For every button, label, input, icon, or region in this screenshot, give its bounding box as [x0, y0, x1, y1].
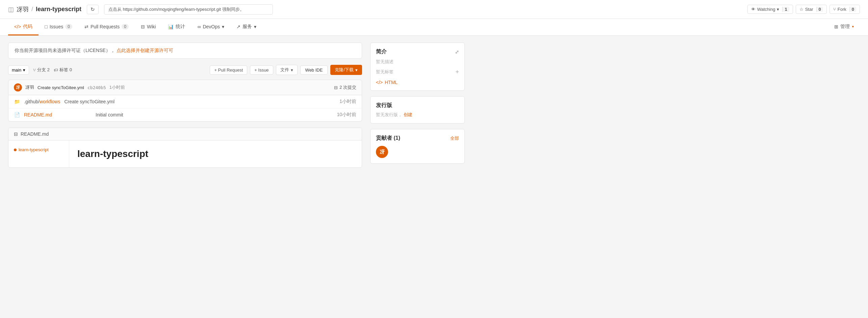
branch-count: ⑂ 分支 2: [33, 67, 50, 73]
tab-code-label: 代码: [23, 24, 32, 30]
tab-devops[interactable]: ∞ DevOps ▾: [191, 19, 230, 35]
tab-issues-label: Issues: [50, 24, 63, 29]
issues-tab-icon: □: [45, 24, 47, 29]
issue-button[interactable]: + Issue: [250, 65, 273, 75]
branch-icon: ⑂: [33, 68, 36, 73]
folder-link[interactable]: workflows: [40, 99, 60, 104]
clone-button[interactable]: 克隆/下载 ▾: [330, 65, 362, 75]
watching-button[interactable]: 👁 Watching ▾ 1: [747, 5, 793, 14]
tab-pull-requests[interactable]: ⇄ Pull Requests 0: [78, 19, 135, 35]
issues-badge: 0: [65, 24, 72, 29]
tags-label: 暂无标签: [376, 69, 393, 75]
readme-title: learn-typescript: [77, 149, 354, 159]
pull-request-button[interactable]: + Pull Request: [210, 65, 247, 75]
stats-tab-icon: 📊: [168, 24, 174, 29]
readme-box: ⊟ README.md learn-typescript learn-types…: [8, 128, 362, 168]
release-create-link[interactable]: 创建: [404, 112, 412, 117]
sidebar-intro: 简介 ⤢ 暂无描述 暂无标签 + </> HTML: [370, 43, 465, 91]
sync-button[interactable]: ↻: [87, 5, 99, 14]
commit-author[interactable]: 冴羽: [25, 84, 34, 90]
branch-info: ⑂ 分支 2 🏷 标签 0: [33, 67, 72, 73]
services-tab-icon: ↗: [236, 24, 240, 29]
commit-row: 冴 冴羽 Create syncToGitee.yml cb240b5 1小时前…: [8, 80, 362, 95]
contributors-all-link[interactable]: 全部: [450, 135, 459, 141]
license-link[interactable]: 点此选择并创建开源许可可: [117, 48, 173, 53]
tab-services[interactable]: ↗ 服务 ▾: [230, 19, 262, 35]
fork-button[interactable]: ⑂ Fork 0: [829, 5, 860, 14]
dropdown-icon: ▾: [777, 7, 779, 12]
tab-services-label: 服务: [242, 24, 252, 30]
file-dropdown-icon: ▾: [291, 68, 293, 73]
repo-name[interactable]: learn-typescript: [36, 6, 81, 13]
edit-icon[interactable]: ⤢: [455, 49, 459, 55]
tab-admin[interactable]: ⊞ 管理 •: [828, 19, 860, 35]
readme-header-icon: ⊟: [14, 131, 18, 137]
commit-hash[interactable]: cb240b5: [87, 85, 106, 90]
commit-time: 1小时前: [109, 84, 125, 90]
wiki-tab-icon: ⊟: [141, 24, 145, 29]
webide-button[interactable]: Web IDE: [300, 65, 328, 75]
commit-message[interactable]: Create syncToGitee.yml: [37, 85, 84, 90]
branch-bar-actions: + Pull Request + Issue 文件 ▾ Web IDE 克隆/下…: [210, 65, 362, 75]
watching-label: Watching: [757, 7, 775, 12]
tag-icon: 🏷: [54, 68, 58, 73]
repo-owner[interactable]: 冴羽: [17, 5, 29, 14]
add-tag-icon[interactable]: +: [455, 69, 459, 76]
sidebar-intro-title: 简介 ⤢: [376, 48, 459, 55]
clone-dropdown-icon: ▾: [355, 68, 358, 73]
branch-select-button[interactable]: main ▾: [8, 65, 29, 75]
sync-icon: ↻: [91, 6, 95, 12]
sidebar-contributors: 贡献者 (1) 全部 冴: [370, 129, 465, 164]
toc-dot: [14, 149, 17, 151]
branch-dropdown-icon: ▾: [23, 68, 25, 73]
license-text: 你当前开源项目尚未选择许可证（LICENSE），: [15, 48, 115, 53]
file-link[interactable]: README.md: [24, 112, 92, 117]
readme-content: learn-typescript learn-typescript: [8, 140, 362, 167]
content-area: 你当前开源项目尚未选择许可证（LICENSE）， 点此选择并创建开源许可可 ma…: [8, 43, 362, 168]
header: ◫ 冴羽 / learn-typescript ↻ 点击从 https://gi…: [0, 0, 868, 19]
readme-toc: learn-typescript: [8, 140, 69, 167]
contributors-list: 冴: [376, 146, 459, 158]
release-title: 发行版: [376, 102, 459, 109]
tab-stats[interactable]: 📊 统计: [162, 19, 191, 35]
tab-pr-label: Pull Requests: [91, 24, 120, 29]
pr-badge: 0: [122, 24, 129, 29]
watching-count: 1: [782, 7, 789, 12]
sidebar-release: 发行版 暂无发行版， 创建: [370, 96, 465, 124]
toc-link[interactable]: learn-typescript: [19, 147, 49, 152]
language-label[interactable]: HTML: [385, 80, 398, 85]
tab-issues[interactable]: □ Issues 0: [39, 19, 78, 35]
toc-item: learn-typescript: [14, 146, 63, 154]
file-commit-msg: Create syncToGitee.yml: [64, 99, 335, 104]
branches-label: 分支 2: [37, 67, 50, 73]
commit-count[interactable]: ⊟ 2 次提交: [334, 84, 356, 90]
file-commit-msg: Initial commit: [96, 112, 333, 117]
clone-btn-label: 克隆/下载: [335, 67, 354, 73]
header-actions: 👁 Watching ▾ 1 ☆ Star 0 ⑂ Fork 0: [747, 5, 860, 14]
tab-code[interactable]: </> 代码: [8, 19, 39, 35]
file-icon: 📄: [14, 112, 20, 117]
tag-count: 🏷 标签 0: [54, 67, 72, 73]
nav-tabs: </> 代码 □ Issues 0 ⇄ Pull Requests 0 ⊟ Wi…: [0, 19, 868, 36]
code-icon: ◫: [8, 6, 14, 13]
branch-bar: main ▾ ⑂ 分支 2 🏷 标签 0 + Pull Request + Is…: [8, 65, 362, 75]
release-empty: 暂无发行版，: [376, 112, 402, 117]
intro-desc: 暂无描述: [376, 59, 459, 65]
admin-dot: •: [852, 24, 854, 30]
branch-name: main: [12, 68, 21, 73]
contributor-avatar[interactable]: 冴: [376, 146, 388, 158]
devops-dropdown-icon: ▾: [222, 24, 224, 29]
file-btn-label: 文件: [280, 67, 289, 73]
license-notice: 你当前开源项目尚未选择许可证（LICENSE）， 点此选择并创建开源许可可: [8, 43, 362, 59]
contributors-title: 贡献者 (1): [376, 135, 400, 142]
admin-tab-icon: ⊞: [834, 24, 838, 29]
pr-tab-icon: ⇄: [84, 24, 88, 29]
fork-count: 0: [849, 7, 856, 12]
tab-devops-label: DevOps: [203, 24, 220, 29]
tab-wiki[interactable]: ⊟ Wiki: [135, 19, 162, 35]
file-button[interactable]: 文件 ▾: [276, 65, 298, 75]
readme-header-label: README.md: [21, 131, 49, 137]
sidebar: 简介 ⤢ 暂无描述 暂无标签 + </> HTML 发行版 暂无发行版， 创建 …: [370, 43, 465, 168]
file-time: 1小时前: [339, 99, 356, 105]
star-button[interactable]: ☆ Star 0: [796, 5, 827, 14]
